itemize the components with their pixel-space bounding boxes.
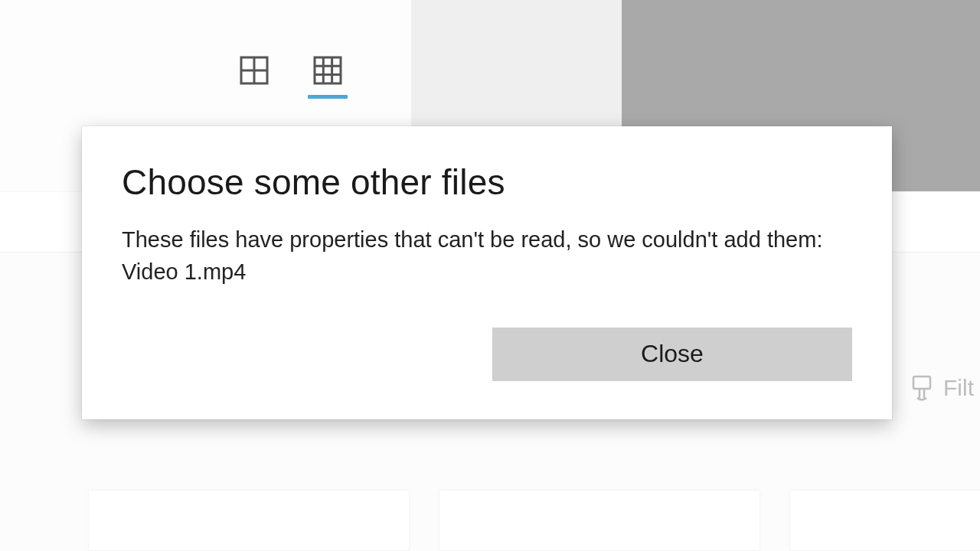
filter-label: Filt <box>943 375 974 401</box>
close-button[interactable]: Close <box>492 328 852 381</box>
content-card[interactable] <box>88 490 410 551</box>
dialog-title: Choose some other files <box>122 163 852 202</box>
view-toggle-group <box>239 55 348 99</box>
filter-control[interactable]: Filt <box>911 375 980 401</box>
error-dialog: Choose some other files These files have… <box>82 126 892 419</box>
content-card[interactable] <box>789 490 980 551</box>
active-indicator <box>308 95 348 99</box>
dialog-message-line: These files have properties that can't b… <box>122 223 852 256</box>
grid-2x2-icon[interactable] <box>239 55 270 86</box>
grid-3x3-icon[interactable] <box>312 55 343 86</box>
card-row <box>88 490 980 551</box>
svg-rect-8 <box>913 377 930 389</box>
filter-icon <box>911 375 933 401</box>
dialog-message: These files have properties that can't b… <box>122 223 852 288</box>
dialog-message-file: Video 1.mp4 <box>122 256 852 288</box>
dialog-actions: Close <box>122 328 852 381</box>
svg-rect-3 <box>315 57 341 83</box>
content-card[interactable] <box>439 490 760 551</box>
